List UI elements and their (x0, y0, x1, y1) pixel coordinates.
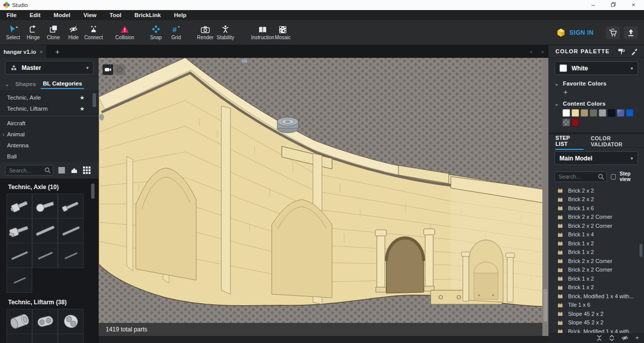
grid-view-button[interactable] (82, 166, 91, 175)
stability-tool-button[interactable]: Stability (215, 25, 235, 40)
lego-wall-model[interactable] (99, 58, 548, 336)
paint-roller-icon[interactable] (618, 48, 625, 55)
3d-viewport[interactable]: 1419 total parts (99, 58, 548, 343)
tab-scroll-left-icon[interactable]: ◄ (528, 49, 533, 54)
content-colors-section[interactable]: ⌄ Content Colors (548, 99, 644, 108)
step-list-item[interactable]: Brick, Modified 1 x 4 with... (548, 327, 644, 333)
menu-edit[interactable]: Edit (23, 10, 47, 20)
part-thumbnail-liftarm-cylinder[interactable] (7, 309, 32, 334)
step-view-checkbox[interactable] (611, 174, 616, 180)
step-list-item[interactable]: Brick 1 x 4 (548, 230, 644, 239)
part-thumbnail-axle-with-stop[interactable] (7, 194, 32, 219)
part-thumbnail-axle-4[interactable] (32, 243, 58, 268)
restore-button[interactable] (610, 0, 617, 10)
color-swatch-tan[interactable] (572, 109, 579, 117)
tab-color-validator[interactable]: COLOR VALIDATOR (591, 133, 644, 149)
part-thumbnail-axle-6[interactable] (58, 218, 84, 243)
category-scrollbar[interactable] (93, 93, 96, 107)
tab-hangar-v1[interactable]: hangar v1.io × (0, 45, 46, 58)
favorite-star-icon[interactable]: ★ (79, 95, 85, 101)
color-swatch-white[interactable] (562, 109, 570, 117)
category-technic-liftarm[interactable]: Technic, Liftarm★ (0, 103, 99, 114)
hide-tool-button[interactable]: Hide (63, 25, 84, 40)
step-list-item[interactable]: Brick 2 x 2 Corner (548, 266, 644, 275)
tab-close-icon[interactable]: × (40, 49, 43, 55)
eyedropper-icon[interactable] (631, 48, 638, 55)
mosaic-tool-button[interactable]: Mosaic (273, 25, 293, 40)
brick-view-button[interactable] (69, 166, 78, 175)
orbit-mode-button[interactable] (114, 64, 125, 75)
color-swatch-blue[interactable] (626, 109, 633, 117)
category-animal[interactable]: ›Animal (0, 129, 99, 140)
part-thumbnail-axle-3[interactable] (58, 243, 84, 268)
step-list-item[interactable]: Brick 1 x 2 (548, 274, 644, 283)
favorite-colors-section[interactable]: ⌄ Favorite Colors (548, 78, 644, 88)
color-selector-dropdown[interactable]: White ▾ (554, 61, 638, 75)
close-button[interactable]: × (630, 0, 637, 10)
menu-model[interactable]: Model (47, 10, 77, 20)
category-ball[interactable]: Ball (0, 151, 99, 162)
collision-tool-button[interactable]: Collision (115, 25, 135, 40)
step-list-item[interactable]: Brick 1 x 2 (548, 239, 644, 248)
expand-all-icon[interactable] (609, 335, 615, 341)
parts-scrollbar[interactable] (91, 184, 95, 199)
camera-view-button[interactable] (103, 64, 113, 75)
select-tool-button[interactable]: Select (3, 25, 23, 40)
tab-bl-categories[interactable]: BL Categories (41, 79, 84, 89)
hinge-tool-button[interactable]: Hinge (23, 25, 43, 40)
color-swatch-light-gray[interactable] (599, 109, 606, 117)
collapse-all-icon[interactable] (596, 335, 602, 341)
upload-button[interactable] (624, 26, 638, 39)
menu-help[interactable]: Help (168, 10, 193, 20)
part-thumbnail-axle-8[interactable] (32, 218, 58, 243)
menu-view[interactable]: View (77, 10, 103, 20)
step-list-item[interactable]: Brick 2 x 2 Corner (548, 256, 644, 266)
tab-step-list[interactable]: STEP LIST (555, 132, 584, 150)
viewport-vertical-scrollbar[interactable] (542, 58, 548, 336)
step-list-item[interactable]: Slope 45 2 x 2 (548, 318, 644, 327)
tab-shapes[interactable]: Shapes (13, 79, 38, 89)
color-swatch-dark-gray[interactable] (590, 109, 597, 117)
part-thumbnail-liftarm-partial[interactable] (58, 333, 84, 343)
category-technic-axle[interactable]: Technic, Axle★ (0, 92, 99, 103)
step-list-scrollbar[interactable] (639, 244, 642, 257)
part-thumbnail-axle-2[interactable] (7, 268, 32, 293)
step-list-item[interactable]: Slope 45 2 x 2 (548, 309, 644, 318)
menu-tool[interactable]: Tool (103, 10, 128, 20)
part-thumbnail-axle-with-ball[interactable] (32, 194, 58, 219)
step-list-item[interactable]: Brick 1 x 2 (548, 283, 644, 292)
grid-tool-button[interactable]: #▾ Grid (166, 25, 186, 40)
category-antenna[interactable]: Antenna (0, 140, 99, 151)
render-tool-button[interactable]: Render (195, 25, 215, 40)
menu-bricklink[interactable]: BrickLink (128, 10, 167, 20)
step-list-item[interactable]: Tile 1 x 6 (548, 301, 644, 310)
color-swatch-transparent[interactable] (562, 119, 570, 126)
step-list-item[interactable]: Brick 1 x 6 (548, 204, 644, 213)
minimize-button[interactable]: – (590, 0, 597, 10)
color-swatch-black[interactable] (608, 109, 615, 117)
step-list-item[interactable]: Brick, Modified 1 x 4 with... (548, 292, 644, 301)
step-list-item[interactable]: Brick 1 x 2 (548, 248, 644, 257)
step-list-item[interactable]: Brick 2 x 2 Corner (548, 213, 644, 222)
shop-cart-button[interactable] (606, 26, 620, 39)
color-swatch-dark-red[interactable] (572, 119, 579, 126)
part-thumbnail-liftarm-partial[interactable] (7, 333, 32, 343)
connect-tool-button[interactable]: Connect (84, 25, 104, 40)
part-thumbnail-liftarm-1x2-thick[interactable] (58, 309, 84, 334)
menu-file[interactable]: File (0, 10, 23, 20)
chevron-down-icon[interactable]: ⌄ (5, 81, 9, 87)
step-list-item[interactable]: Brick 2 x 2 (548, 186, 644, 195)
color-swatch-dark-tan[interactable] (581, 109, 588, 117)
tab-scroll-right-icon[interactable]: ► (541, 49, 545, 54)
part-thumbnail-liftarm-partial[interactable] (32, 333, 58, 343)
color-swatch-blue-violet[interactable] (617, 109, 624, 117)
hide-step-icon[interactable] (621, 335, 628, 341)
favorite-star-icon[interactable]: ★ (79, 106, 85, 112)
add-step-icon[interactable]: + (635, 333, 639, 343)
part-thumbnail-axle-5[interactable] (7, 243, 32, 268)
sign-in-button[interactable]: SIGN IN (556, 28, 594, 37)
clone-tool-button[interactable]: Clone (43, 25, 63, 40)
snap-tool-button[interactable]: Snap (146, 25, 166, 40)
part-thumbnail-liftarm-1x2-thin[interactable] (32, 309, 58, 334)
step-list-item[interactable]: Brick 2 x 2 (548, 195, 644, 204)
